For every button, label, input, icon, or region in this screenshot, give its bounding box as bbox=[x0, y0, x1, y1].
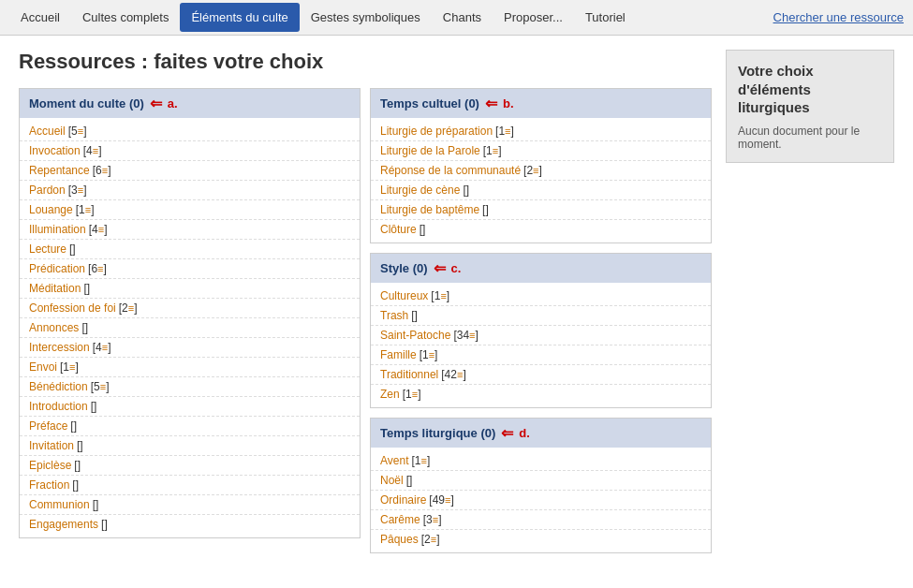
item-link[interactable]: Engagements bbox=[29, 518, 98, 531]
item-link[interactable]: Illumination bbox=[29, 223, 86, 236]
item-link[interactable]: Liturgie de baptême bbox=[380, 203, 479, 216]
item-link[interactable]: Préface bbox=[29, 419, 67, 433]
item-count: [] bbox=[81, 321, 88, 334]
item-link[interactable]: Liturgie de cène bbox=[380, 184, 460, 197]
list-icon: ≡ bbox=[69, 361, 75, 373]
item-count: [1≡] bbox=[495, 125, 514, 138]
item-link[interactable]: Repentance bbox=[29, 164, 90, 177]
list-item: Méditation [] bbox=[20, 279, 360, 299]
section-items-moment: Accueil [5≡]Invocation [4≡]Repentance [6… bbox=[20, 118, 360, 537]
section-moment: Moment du culte (0)⇐a.Accueil [5≡]Invoca… bbox=[19, 88, 361, 538]
item-link[interactable]: Famille bbox=[380, 348, 417, 361]
list-item: Introduction [] bbox=[20, 397, 360, 417]
item-link[interactable]: Trash bbox=[380, 309, 408, 322]
item-link[interactable]: Traditionnel bbox=[380, 368, 438, 381]
item-count: [] bbox=[77, 439, 83, 452]
nav-proposer[interactable]: Proposer... bbox=[493, 3, 574, 32]
item-count: [1≡] bbox=[403, 388, 421, 401]
list-icon: ≡ bbox=[78, 184, 83, 196]
item-link[interactable]: Annonces bbox=[29, 321, 79, 334]
item-link[interactable]: Cultureux bbox=[380, 289, 428, 302]
list-item: Illumination [4≡] bbox=[20, 220, 360, 240]
nav-chants[interactable]: Chants bbox=[432, 3, 493, 32]
item-link[interactable]: Introduction bbox=[29, 400, 88, 413]
item-link[interactable]: Prédication bbox=[29, 262, 85, 275]
nav-elements-du-culte[interactable]: Éléments du culte bbox=[180, 3, 299, 32]
list-icon: ≡ bbox=[128, 302, 134, 314]
section-header-style: Style (0)⇐c. bbox=[371, 254, 711, 283]
item-link[interactable]: Saint-Patoche bbox=[380, 329, 450, 342]
item-link[interactable]: Ordinaire bbox=[380, 493, 426, 507]
list-item: Confession de foi [2≡] bbox=[20, 299, 360, 318]
list-item: Avent [1≡] bbox=[371, 451, 711, 471]
item-link[interactable]: Intercession bbox=[29, 341, 90, 354]
item-link[interactable]: Invitation bbox=[29, 439, 74, 452]
list-item: Liturgie de préparation [1≡] bbox=[371, 122, 711, 141]
section-title-moment: Moment du culte (0) bbox=[29, 96, 144, 110]
list-item: Prédication [6≡] bbox=[20, 259, 360, 279]
list-icon: ≡ bbox=[420, 455, 426, 466]
item-link[interactable]: Carême bbox=[380, 513, 420, 526]
item-link[interactable]: Réponse de la communauté bbox=[380, 164, 521, 177]
list-item: Liturgie de la Parole [1≡] bbox=[371, 141, 711, 161]
arrow-icon: ⇐ bbox=[485, 95, 497, 112]
item-link[interactable]: Fraction bbox=[29, 478, 69, 492]
nav-gestes-symboliques[interactable]: Gestes symboliques bbox=[300, 3, 432, 32]
item-link[interactable]: Envoi bbox=[29, 360, 57, 374]
list-icon: ≡ bbox=[102, 342, 108, 353]
item-link[interactable]: Accueil bbox=[29, 125, 66, 138]
section-items-temps-cultuel: Liturgie de préparation [1≡]Liturgie de … bbox=[371, 118, 711, 243]
item-link[interactable]: Louange bbox=[29, 203, 73, 216]
item-link[interactable]: Zen bbox=[380, 388, 400, 401]
arrow-icon: ⇐ bbox=[501, 424, 513, 442]
item-link[interactable]: Liturgie de la Parole bbox=[380, 144, 480, 157]
navigation: Accueil Cultes complets Éléments du cult… bbox=[0, 0, 913, 36]
item-link[interactable]: Liturgie de préparation bbox=[380, 125, 493, 138]
search-link[interactable]: Chercher une ressource bbox=[773, 10, 904, 24]
list-icon: ≡ bbox=[98, 224, 104, 235]
item-count: [] bbox=[482, 203, 489, 216]
item-link[interactable]: Pardon bbox=[29, 184, 66, 197]
item-count: [] bbox=[72, 478, 79, 492]
main-area: Ressources : faites votre choix Moment d… bbox=[19, 50, 712, 553]
item-link[interactable]: Invocation bbox=[29, 144, 81, 157]
item-count: [49≡] bbox=[429, 493, 453, 507]
item-link[interactable]: Méditation bbox=[29, 282, 81, 295]
sections-grid: Moment du culte (0)⇐a.Accueil [5≡]Invoca… bbox=[19, 88, 712, 553]
list-item: Epiclèse [] bbox=[20, 456, 360, 476]
list-item: Lecture [] bbox=[20, 240, 360, 259]
item-count: [3≡] bbox=[68, 184, 87, 197]
item-count: [] bbox=[93, 498, 99, 511]
item-link[interactable]: Lecture bbox=[29, 243, 66, 256]
list-item: Invocation [4≡] bbox=[20, 141, 360, 161]
item-count: [] bbox=[411, 309, 418, 322]
item-link[interactable]: Confession de foi bbox=[29, 301, 116, 315]
item-link[interactable]: Noël bbox=[380, 474, 404, 487]
item-count: [4≡] bbox=[83, 144, 102, 157]
item-count: [42≡] bbox=[441, 368, 465, 381]
list-icon: ≡ bbox=[78, 125, 83, 137]
section-title-temps-liturgique: Temps liturgique (0) bbox=[380, 426, 495, 440]
item-link[interactable]: Bénédiction bbox=[29, 380, 88, 393]
nav-cultes-complets[interactable]: Cultes complets bbox=[71, 3, 180, 32]
right-column: Temps cultuel (0)⇐b.Liturgie de préparat… bbox=[370, 88, 712, 553]
list-item: Envoi [1≡] bbox=[20, 358, 360, 377]
item-link[interactable]: Avent bbox=[380, 454, 408, 467]
page-title: Ressources : faites votre choix bbox=[19, 50, 712, 74]
list-icon: ≡ bbox=[93, 145, 98, 156]
list-icon: ≡ bbox=[102, 165, 108, 176]
nav-accueil[interactable]: Accueil bbox=[9, 3, 71, 32]
item-link[interactable]: Communion bbox=[29, 498, 90, 511]
nav-tutoriel[interactable]: Tutoriel bbox=[574, 3, 637, 32]
item-link[interactable]: Pâques bbox=[380, 533, 419, 546]
item-link[interactable]: Epiclèse bbox=[29, 459, 71, 472]
item-count: [1≡] bbox=[60, 360, 79, 374]
list-item: Clôture [] bbox=[371, 220, 711, 239]
item-count: [] bbox=[69, 243, 76, 256]
item-count: [1≡] bbox=[411, 454, 430, 467]
list-icon: ≡ bbox=[100, 381, 106, 392]
item-link[interactable]: Clôture bbox=[380, 223, 417, 236]
item-count: [6≡] bbox=[88, 262, 107, 275]
arrow-icon: ⇐ bbox=[150, 95, 162, 112]
list-icon: ≡ bbox=[440, 290, 446, 301]
